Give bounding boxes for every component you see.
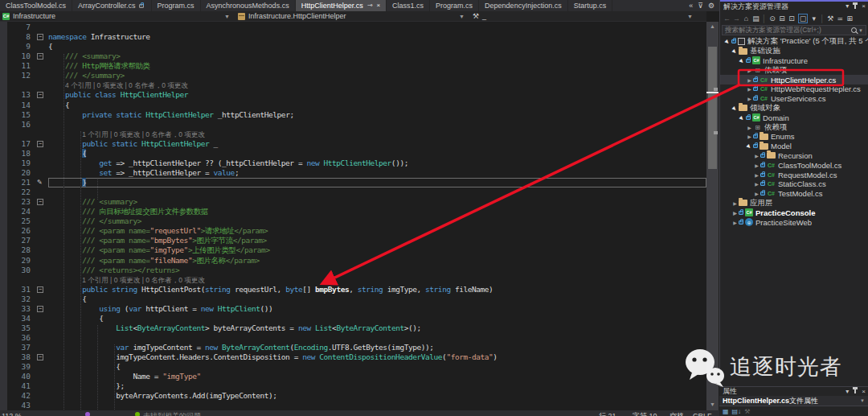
- tree-item-label: HttpWebRequestHepler.cs: [771, 84, 861, 93]
- collapse-region-icon[interactable]: −: [37, 354, 43, 360]
- collapsed-arrow-icon[interactable]: ▶: [746, 96, 753, 101]
- close-icon[interactable]: ×: [862, 389, 866, 395]
- collapsed-arrow-icon[interactable]: ▶: [746, 68, 753, 73]
- tree-item-practiceconsole[interactable]: ▶C#PracticeConsole: [720, 208, 868, 217]
- tree-item--[interactable]: ▶⊞依赖项: [720, 65, 868, 75]
- code-editor[interactable]: 78−namespace Infrastructure9{10− /// <su…: [0, 22, 706, 410]
- settings-gear-icon[interactable]: ⚙: [708, 2, 714, 10]
- search-icon[interactable]: [851, 27, 857, 33]
- collapsed-arrow-icon[interactable]: ▶: [753, 172, 760, 178]
- pin-icon[interactable]: [854, 389, 856, 393]
- member-dropdown[interactable]: ⚒ _ ▼: [468, 11, 696, 21]
- sync-active-document-icon[interactable]: ▢: [798, 14, 809, 23]
- document-tab[interactable]: AsynchronousMethods.cs: [201, 0, 296, 11]
- tree-item-classtoolmodel-cs[interactable]: ▶C#ClassToolModel.cs: [720, 160, 868, 170]
- outlining-margin[interactable]: −: [35, 51, 48, 61]
- collapse-region-icon[interactable]: −: [37, 306, 43, 312]
- collapsed-arrow-icon[interactable]: ▶: [731, 200, 739, 206]
- outlining-margin[interactable]: −: [35, 197, 48, 207]
- outlining-margin[interactable]: −: [35, 90, 48, 100]
- tree-item-userservices-cs[interactable]: ▶C#UserServices.cs: [720, 94, 868, 104]
- document-tab[interactable]: HttpClientHelper.cs⊸×: [296, 0, 387, 11]
- outlining-margin[interactable]: −: [35, 139, 48, 149]
- tree-item-requestmodel-cs[interactable]: ▶C#RequestModel.cs: [720, 170, 868, 179]
- collapsed-arrow-icon[interactable]: ▶: [746, 77, 753, 83]
- outlining-margin[interactable]: −: [35, 352, 48, 362]
- collapsed-arrow-icon[interactable]: ▶: [746, 125, 753, 130]
- collapsed-arrow-icon[interactable]: ▶: [746, 134, 753, 139]
- caret-icon[interactable]: ▾: [810, 14, 817, 23]
- chevron-down-icon[interactable]: ▼: [858, 28, 863, 33]
- tree-item-httpclienthelper-cs[interactable]: ▶C#HttpClientHelper.cs: [720, 75, 868, 84]
- document-tab[interactable]: ArrayController.cs: [72, 0, 152, 11]
- tree-item-practicesiteweb[interactable]: ▶⊕PracticeSiteWeb: [720, 217, 868, 227]
- solution-search-box[interactable]: 搜索解决方案资源管理器(Ctrl+;) ▼: [722, 25, 866, 35]
- toggle-layout-icon[interactable]: ⊽: [698, 2, 703, 10]
- chevron-down-icon[interactable]: ▾: [845, 3, 849, 10]
- forward-icon[interactable]: →: [733, 14, 740, 23]
- tree-item-enums[interactable]: ▶Enums: [720, 132, 868, 142]
- compare-icon[interactable]: ≃: [837, 14, 844, 23]
- zoom-level[interactable]: 112 %: [2, 411, 22, 416]
- tree-item-staticclass-cs[interactable]: ▶C#StaticClass.cs: [720, 179, 868, 189]
- tab-pin-icon[interactable]: ⊸: [367, 2, 373, 9]
- tree-item-domain[interactable]: ▶C#Domain: [720, 113, 868, 122]
- outlining-margin[interactable]: −: [35, 304, 48, 314]
- chevrons-left-icon[interactable]: «: [689, 2, 693, 10]
- collapse-region-icon[interactable]: −: [37, 92, 43, 98]
- document-tab[interactable]: Program.cs: [152, 0, 201, 11]
- alphabetical-icon[interactable]: ▤↓: [732, 408, 742, 415]
- properties-object-selector[interactable]: HttpClientHelper.cs 文件属性 ▼: [719, 396, 868, 406]
- tree-item-recursion[interactable]: ▶Recursion: [720, 151, 868, 161]
- outlining-margin[interactable]: −: [35, 32, 48, 42]
- collapsed-arrow-icon[interactable]: ▶: [753, 181, 760, 187]
- tree-item-httpwebrequesthepler-cs[interactable]: ▶C#HttpWebRequestHepler.cs: [720, 84, 868, 94]
- document-tab[interactable]: ClassToolModel.cs: [0, 0, 72, 11]
- collapsed-arrow-icon[interactable]: ▶: [753, 163, 760, 168]
- codelens-text[interactable]: 1 个引用 | 0 项更改 | 0 名作者，0 项更改: [48, 275, 706, 285]
- collapse-region-icon[interactable]: −: [37, 199, 43, 205]
- codelens-text[interactable]: 1 个引用 | 0 项更改 | 0 名作者，0 项更改: [48, 130, 706, 139]
- collapsed-arrow-icon[interactable]: ▶: [731, 210, 739, 216]
- collapse-all-icon[interactable]: ⊟: [779, 14, 786, 23]
- tree-item-model[interactable]: ▶Model: [720, 142, 868, 151]
- tree-item--practice-5-5-[interactable]: ▶解决方案 'Practice' (5 个项目, 共 5 个): [720, 37, 868, 47]
- collapsed-arrow-icon[interactable]: ▶: [753, 191, 760, 196]
- tree-item--[interactable]: ▶基础设施: [720, 47, 868, 56]
- collapse-region-icon[interactable]: −: [37, 53, 43, 60]
- document-tab[interactable]: Program.cs: [430, 0, 479, 11]
- collapsed-arrow-icon[interactable]: ▶: [753, 153, 760, 159]
- pending-changes-icon[interactable]: ⊙: [769, 14, 776, 23]
- document-tab[interactable]: Class1.cs: [387, 0, 430, 11]
- home-icon[interactable]: ⌂: [743, 14, 750, 23]
- tree-item--[interactable]: ▶领域对象: [720, 104, 868, 113]
- scroll-down-icon[interactable]: ▼: [706, 402, 719, 407]
- collapse-region-icon[interactable]: −: [37, 34, 43, 40]
- properties-icon[interactable]: ⊡: [788, 14, 796, 23]
- close-icon[interactable]: ×: [862, 3, 866, 10]
- tree-item-infrastructure[interactable]: ▶C#Infrastructure: [720, 56, 868, 66]
- tree-item--[interactable]: ▶⊞依赖项: [720, 122, 868, 132]
- project-dropdown[interactable]: C# Infrastructure ▼: [0, 11, 233, 21]
- wrench-icon[interactable]: ⚒: [827, 14, 834, 23]
- switch-views-icon[interactable]: ▤: [752, 14, 760, 23]
- document-tab[interactable]: DependencyInjection.cs: [479, 0, 568, 11]
- categorized-icon[interactable]: ▦: [723, 408, 729, 415]
- collapsed-arrow-icon[interactable]: ▶: [731, 220, 739, 225]
- scrollbar-thumb[interactable]: [708, 47, 717, 169]
- scroll-up-icon[interactable]: ▲: [706, 23, 719, 29]
- outlining-margin[interactable]: −: [35, 285, 48, 294]
- collapsed-arrow-icon[interactable]: ▶: [746, 86, 753, 92]
- type-dropdown[interactable]: Infrastructure.HttpClientHelper ▼: [233, 11, 468, 21]
- add-item-icon[interactable]: ⊞: [846, 14, 854, 23]
- collapse-region-icon[interactable]: −: [37, 141, 43, 147]
- collapse-region-icon[interactable]: −: [37, 286, 43, 293]
- properties-wrench-icon[interactable]: ⚒: [744, 408, 750, 415]
- back-icon[interactable]: ←: [723, 14, 731, 23]
- tree-item--[interactable]: ▶应用层: [720, 199, 868, 208]
- tab-close-icon[interactable]: ×: [376, 2, 380, 9]
- document-tab[interactable]: Startup.cs: [568, 0, 613, 11]
- pin-icon[interactable]: [854, 5, 856, 9]
- codelens-text[interactable]: 4 个引用 | 0 项更改 | 0 名作者，0 项更改: [48, 80, 706, 90]
- tree-item-testmodel-cs[interactable]: ▶C#TestModel.cs: [720, 189, 868, 199]
